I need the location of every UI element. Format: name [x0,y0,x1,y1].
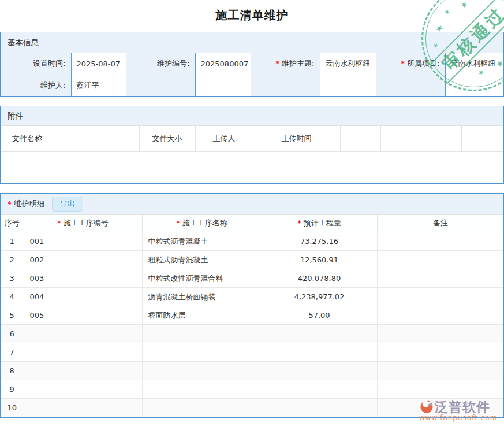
code-cell: 002 [24,251,142,269]
table-row: 5 005 桥面防水层 57.00 [1,306,503,325]
col-process-name: *施工工序名称 [142,215,262,232]
fanpu-logo-icon [419,399,434,414]
project-label: *所属项目: [376,53,445,75]
required-asterisk: * [57,218,61,227]
attachments-section: 附件 文件名称 文件大小 上传人 上传时间 [0,106,504,184]
set-time-value: 2025-08-07 [71,53,126,75]
attachments-header: 附件 [1,106,503,126]
seq-cell: 4 [1,288,24,306]
set-time-label: 设置时间: [1,53,71,75]
table-row: 7 [1,343,503,362]
col-upload-time: 上传时间 [253,126,340,151]
table-row: 3 003 中粒式改性沥青混合料 420,078.80 [1,269,503,288]
qty-cell: 73,275.16 [262,232,377,251]
seq-cell: 9 [1,380,24,399]
required-asterisk: * [401,59,405,68]
code-cell [24,380,142,399]
code-cell [24,362,142,380]
col-seq: 序号 [1,215,24,232]
vendor-watermark: 泛普软件 www.fanpusoft.com [419,399,497,422]
qty-cell [262,343,377,362]
table-row: 4 004 沥青混凝土桥面铺装 4,238,977.02 [1,288,503,306]
maint-no-value: 2025080007 [195,53,251,75]
seq-cell: 3 [1,269,24,288]
basic-info-table: 设置时间: 2025-08-07 维护编号: 2025080007 *维护主题:… [1,53,503,96]
name-cell [142,399,262,417]
details-table: 序号 *施工工序编号 *施工工序名称 *预计工程量 备注 1 001 中粒式沥青… [1,215,503,417]
name-cell: 桥面防水层 [142,306,262,325]
code-cell [24,343,142,362]
seq-cell: 1 [1,232,24,251]
seq-cell: 7 [1,343,24,362]
qty-cell [262,362,377,380]
code-cell [24,325,142,343]
page-title: 施工清单维护 [0,7,504,23]
maint-topic-value: 云南水利枢纽 [320,53,376,75]
note-cell [377,251,503,269]
project-value: 云南水利枢纽 [445,53,503,75]
code-cell: 001 [24,232,142,251]
code-cell: 003 [24,269,142,288]
empty-label-cell [251,75,320,96]
note-cell [377,232,503,251]
attachments-table: 文件名称 文件大小 上传人 上传时间 [1,126,503,152]
qty-cell [262,380,377,399]
name-cell [142,380,262,399]
name-cell: 中粒式改性沥青混合料 [142,269,262,288]
col-empty [461,126,503,151]
attachments-empty-body [1,152,503,183]
details-title: 维护明细 [14,199,45,209]
export-button[interactable]: 导出 [52,197,83,212]
name-cell: 沥青混凝土桥面铺装 [142,288,262,306]
empty-value-cell [195,75,251,96]
empty-value-cell [320,75,376,96]
name-cell [142,343,262,362]
basic-info-row: 设置时间: 2025-08-07 维护编号: 2025080007 *维护主题:… [1,53,503,75]
col-empty [380,126,421,151]
table-row: 2 002 粗粒式沥青混凝土 12,560.91 [1,251,503,269]
code-cell [24,399,142,417]
table-row: 8 [1,362,503,380]
name-cell: 中粒式沥青混凝土 [142,232,262,251]
maintainer-label: 维护人: [1,75,71,96]
col-estimated-qty: *预计工程量 [262,215,377,232]
qty-cell: 12,560.91 [262,251,377,269]
seq-cell: 6 [1,325,24,343]
note-cell [377,269,503,288]
qty-cell [262,325,377,343]
seq-cell: 8 [1,362,24,380]
empty-label-cell [126,75,195,96]
attachments-header-row: 文件名称 文件大小 上传人 上传时间 [1,126,503,151]
qty-cell: 4,238,977.02 [262,288,377,306]
attachments-title: 附件 [8,111,23,121]
empty-value-cell [445,75,503,96]
name-cell [142,362,262,380]
vendor-url: www.fanpusoft.com [419,414,497,422]
note-cell [377,325,503,343]
code-cell: 005 [24,306,142,325]
col-note: 备注 [377,215,503,232]
required-asterisk: * [176,218,180,227]
col-empty [421,126,461,151]
required-asterisk: * [276,59,280,68]
details-header-row: 序号 *施工工序编号 *施工工序名称 *预计工程量 备注 [1,215,503,232]
name-cell [142,325,262,343]
details-section: * 维护明细 导出 序号 *施工工序编号 *施工工序名称 *预计工程量 备注 1… [0,193,504,418]
empty-label-cell [376,75,445,96]
basic-info-section: 基本信息 设置时间: 2025-08-07 维护编号: 2025080007 *… [0,32,504,97]
note-cell [377,288,503,306]
qty-cell: 420,078.80 [262,269,377,288]
qty-cell [262,399,377,417]
table-row: 1 001 中粒式沥青混凝土 73,275.16 [1,232,503,251]
basic-info-title: 基本信息 [8,38,39,48]
note-cell [377,343,503,362]
seq-cell: 5 [1,306,24,325]
required-asterisk: * [8,199,12,209]
note-cell [377,306,503,325]
maintainer-value: 蔡江平 [71,75,126,96]
basic-info-row: 维护人: 蔡江平 [1,75,503,96]
note-cell [377,380,503,399]
maint-topic-label: *维护主题: [251,53,320,75]
name-cell: 粗粒式沥青混凝土 [142,251,262,269]
note-cell [377,362,503,380]
